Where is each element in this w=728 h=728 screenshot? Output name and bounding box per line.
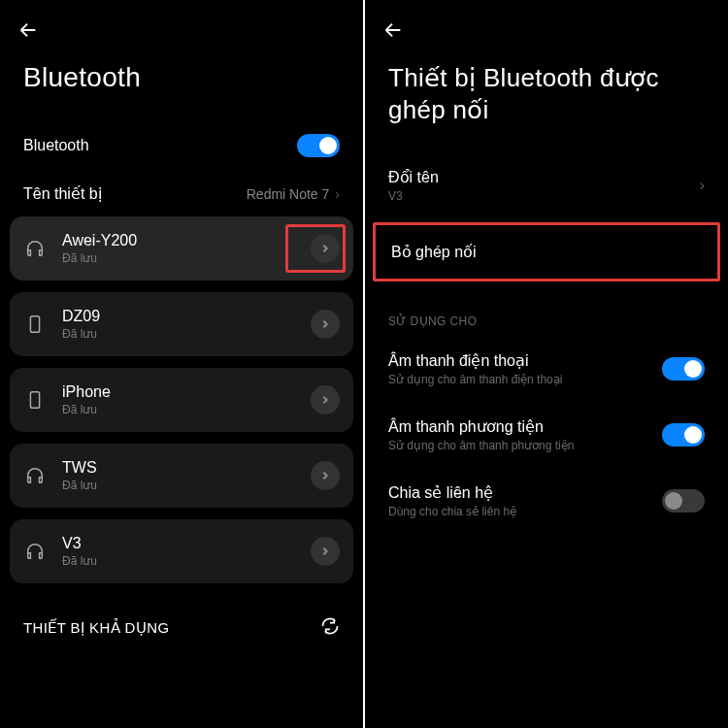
bluetooth-label: Bluetooth bbox=[23, 137, 89, 154]
device-row[interactable]: TWSĐã lưu bbox=[10, 444, 353, 508]
device-status: Đã lưu bbox=[62, 403, 295, 416]
bluetooth-settings-screen: Bluetooth Bluetooth Tên thiết bị Redmi N… bbox=[0, 0, 363, 728]
unpair-row[interactable]: Bỏ ghép nối bbox=[373, 222, 720, 281]
unpair-label: Bỏ ghép nối bbox=[391, 243, 702, 261]
use-for-list: Âm thanh điện thoạiSử dụng cho âm thanh … bbox=[365, 336, 728, 534]
rename-label: Đổi tên bbox=[388, 168, 439, 186]
device-name-value: Redmi Note 7 bbox=[247, 186, 330, 202]
paired-device-detail-screen: Thiết bị Bluetooth được ghép nối Đổi tên… bbox=[365, 0, 728, 728]
device-name: DZ09 bbox=[62, 308, 295, 325]
use-for-row[interactable]: Âm thanh phương tiệnSử dụng cho âm thanh… bbox=[365, 402, 728, 468]
device-details-button[interactable] bbox=[311, 537, 340, 566]
rename-value: V3 bbox=[388, 189, 439, 203]
device-details-button[interactable] bbox=[311, 385, 340, 414]
use-for-row[interactable]: Chia sẻ liên hệDùng cho chia sẻ liên hệ bbox=[365, 468, 728, 534]
use-for-row[interactable]: Âm thanh điện thoạiSử dụng cho âm thanh … bbox=[365, 336, 728, 402]
paired-device-list: Awei-Y200Đã lưuDZ09Đã lưuiPhoneĐã lưuTWS… bbox=[0, 216, 363, 583]
headphones-icon bbox=[23, 464, 47, 487]
headphones-icon bbox=[23, 540, 47, 563]
page-title: Bluetooth bbox=[0, 52, 363, 120]
use-subtitle: Sử dụng cho âm thanh phương tiện bbox=[388, 439, 574, 452]
device-name: Awei-Y200 bbox=[62, 232, 295, 249]
device-name-row[interactable]: Tên thiết bị Redmi Note 7 › bbox=[0, 171, 363, 216]
bluetooth-toggle-row[interactable]: Bluetooth bbox=[0, 120, 363, 171]
use-toggle[interactable] bbox=[662, 423, 705, 447]
bluetooth-toggle[interactable] bbox=[297, 134, 340, 157]
device-status: Đã lưu bbox=[62, 327, 295, 341]
device-row[interactable]: Awei-Y200Đã lưu bbox=[10, 216, 353, 281]
rename-row[interactable]: Đổi tên V3 › bbox=[365, 154, 728, 216]
device-name-label: Tên thiết bị bbox=[23, 184, 102, 203]
use-toggle[interactable] bbox=[662, 489, 705, 513]
device-details-button[interactable] bbox=[311, 310, 340, 339]
svg-rect-1 bbox=[30, 392, 39, 409]
device-status: Đã lưu bbox=[62, 251, 295, 265]
device-name: iPhone bbox=[62, 383, 295, 401]
device-name: TWS bbox=[62, 459, 295, 477]
device-row[interactable]: V3Đã lưu bbox=[10, 519, 353, 583]
page-title: Thiết bị Bluetooth được ghép nối bbox=[365, 52, 728, 154]
use-title: Âm thanh phương tiện bbox=[388, 417, 574, 436]
refresh-icon[interactable] bbox=[320, 616, 340, 639]
device-row[interactable]: iPhoneĐã lưu bbox=[10, 368, 353, 432]
use-subtitle: Dùng cho chia sẻ liên hệ bbox=[388, 505, 516, 518]
phone-icon bbox=[23, 388, 47, 412]
available-devices-header: THIẾT BỊ KHẢ DỤNG bbox=[0, 595, 363, 645]
back-icon[interactable] bbox=[17, 27, 39, 44]
device-row[interactable]: DZ09Đã lưu bbox=[10, 292, 353, 356]
chevron-right-icon: › bbox=[700, 177, 705, 194]
svg-rect-0 bbox=[30, 316, 39, 333]
back-icon[interactable] bbox=[382, 27, 404, 44]
headphones-icon bbox=[23, 237, 47, 260]
available-header-text: THIẾT BỊ KHẢ DỤNG bbox=[23, 619, 170, 637]
device-details-button[interactable] bbox=[311, 461, 340, 490]
device-details-button[interactable] bbox=[311, 234, 340, 263]
use-for-header: SỬ DỤNG CHO bbox=[365, 287, 728, 336]
use-subtitle: Sử dụng cho âm thanh điện thoại bbox=[388, 373, 562, 386]
device-status: Đã lưu bbox=[62, 554, 295, 568]
use-title: Âm thanh điện thoại bbox=[388, 351, 562, 370]
chevron-right-icon: › bbox=[335, 186, 340, 202]
use-toggle[interactable] bbox=[662, 357, 705, 381]
device-name: V3 bbox=[62, 535, 295, 552]
device-status: Đã lưu bbox=[62, 479, 295, 492]
phone-icon bbox=[23, 313, 47, 336]
use-title: Chia sẻ liên hệ bbox=[388, 483, 516, 502]
